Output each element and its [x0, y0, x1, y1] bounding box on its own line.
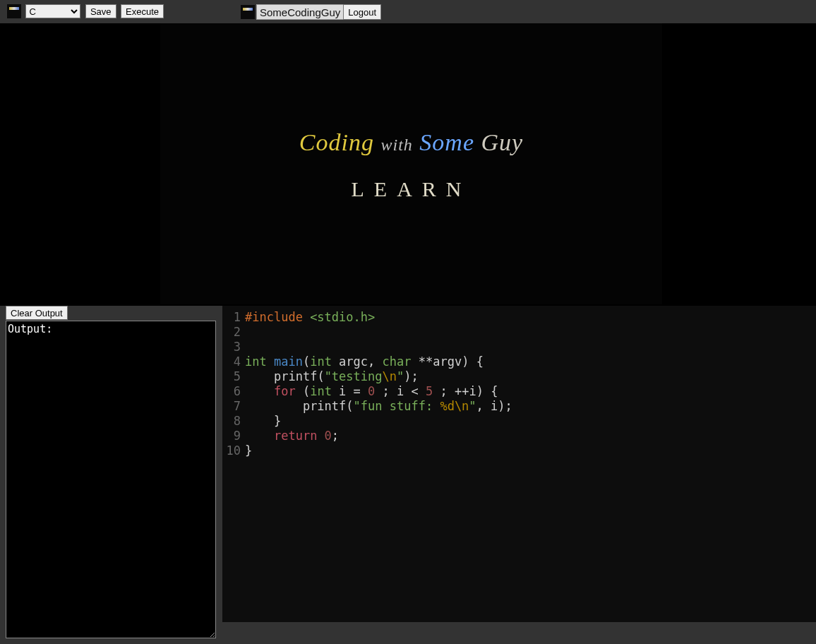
- output-textarea[interactable]: [6, 321, 216, 638]
- code-line: 4int main(int argc, char **argv) {: [222, 354, 816, 369]
- clear-output-button[interactable]: Clear Output: [6, 306, 68, 320]
- code-line: 8 }: [222, 414, 816, 429]
- logout-button[interactable]: Logout: [343, 4, 381, 20]
- user-chunk: SomeCodingGuy Logout: [241, 4, 381, 20]
- code-editor[interactable]: 1#include <stdio.h> 2 3 4int main(int ar…: [222, 306, 816, 622]
- toolbar: C Save Execute: [0, 0, 816, 23]
- banner-word-with: with: [380, 136, 412, 154]
- user-name-label: SomeCodingGuy: [256, 4, 343, 20]
- app-logo-icon: [7, 4, 21, 18]
- code-line: 6 for (int i = 0 ; i < 5 ; ++i) {: [222, 384, 816, 399]
- code-line: 5 printf("testing\n");: [222, 369, 816, 384]
- banner-frame: Coding with Some Guy LEARN: [160, 23, 662, 304]
- code-line: 1#include <stdio.h>: [222, 310, 816, 325]
- code-line: 9 return 0;: [222, 429, 816, 443]
- save-button[interactable]: Save: [85, 4, 116, 18]
- language-select[interactable]: C: [25, 4, 80, 18]
- execute-button[interactable]: Execute: [121, 4, 164, 18]
- banner-word-guy: Guy: [481, 129, 523, 155]
- code-line: 7 printf("fun stuff: %d\n", i);: [222, 399, 816, 414]
- user-avatar-icon: [241, 5, 255, 19]
- output-toolbar: Clear Output: [6, 306, 217, 320]
- banner-word-coding: Coding: [299, 129, 374, 155]
- code-line: 2: [222, 325, 816, 340]
- banner-subtitle: LEARN: [352, 177, 472, 201]
- banner-word-some: Some: [419, 129, 474, 155]
- banner-title: Coding with Some Guy: [299, 129, 523, 156]
- code-line: 10}: [222, 443, 816, 458]
- code-line: 3: [222, 340, 816, 354]
